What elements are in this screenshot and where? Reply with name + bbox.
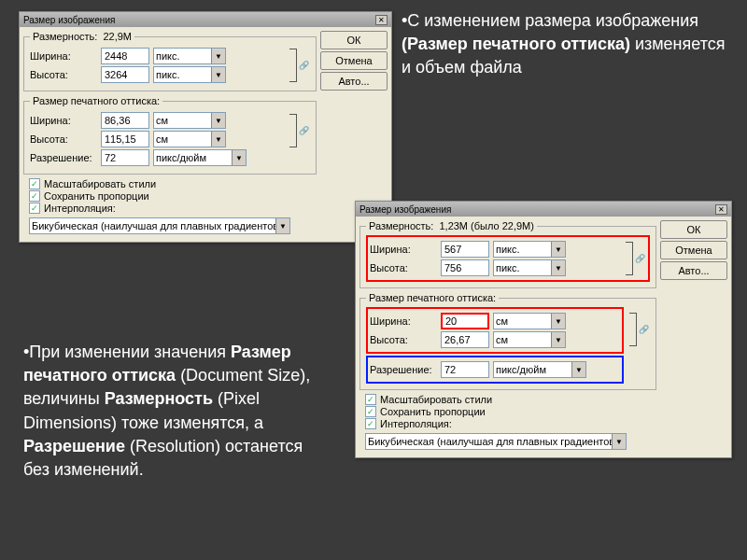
chevron-down-icon: ▼	[551, 332, 565, 347]
width-input[interactable]	[101, 48, 149, 64]
link-icon: 🔗	[299, 125, 310, 136]
interpolation-label: Интерполяция:	[44, 203, 116, 214]
interpolation-label: Интерполяция:	[380, 418, 452, 429]
cancel-button[interactable]: Отмена	[320, 51, 388, 70]
print-height-unit-select[interactable]: см▼	[153, 131, 226, 147]
link-icon: 🔗	[639, 324, 650, 335]
height-unit-select[interactable]: пикс.▼	[493, 259, 566, 276]
height-unit-select[interactable]: пикс.▼	[153, 66, 226, 83]
chevron-down-icon: ▼	[551, 314, 565, 329]
ok-button[interactable]: ОК	[320, 31, 388, 49]
width-unit-select[interactable]: пикс.▼	[493, 241, 566, 258]
chevron-down-icon: ▼	[551, 260, 565, 275]
file-size: 22,9M	[103, 31, 132, 42]
print-height-label: Высота:	[30, 133, 97, 145]
chevron-down-icon: ▼	[211, 113, 225, 128]
pixel-dimensions-group: Размерность: 1,23M (было 22,9M) Ширина: …	[359, 220, 656, 288]
chevron-down-icon: ▼	[275, 218, 289, 233]
interpolation-checkbox[interactable]: ✓	[365, 418, 376, 429]
print-width-label: Ширина:	[30, 115, 97, 126]
chevron-down-icon: ▼	[571, 362, 585, 377]
chevron-down-icon: ▼	[612, 434, 626, 449]
scale-styles-checkbox[interactable]: ✓	[29, 178, 40, 189]
resolution-unit-select[interactable]: пикс/дюйм▼	[493, 361, 586, 378]
close-icon[interactable]: ✕	[715, 204, 727, 215]
chevron-down-icon: ▼	[551, 242, 565, 257]
print-legend: Размер печатного оттиска:	[30, 95, 162, 106]
auto-button[interactable]: Авто...	[320, 72, 388, 91]
resolution-input[interactable]	[441, 361, 489, 378]
chevron-down-icon: ▼	[211, 132, 225, 147]
file-size: 1,23M (было 22,9M)	[439, 220, 533, 231]
dialog-titlebar[interactable]: Размер изображения ✕	[20, 12, 391, 27]
ok-button[interactable]: ОК	[660, 220, 727, 239]
constrain-label: Сохранить пропорции	[380, 406, 486, 417]
print-width-label: Ширина:	[370, 315, 437, 327]
scale-styles-label: Масштабировать стили	[380, 394, 492, 405]
resolution-unit-select[interactable]: пикс/дюйм▼	[153, 149, 247, 166]
chevron-down-icon: ▼	[232, 150, 246, 165]
chevron-down-icon: ▼	[211, 67, 225, 82]
width-label: Ширина:	[370, 244, 437, 255]
scale-styles-checkbox[interactable]: ✓	[365, 394, 376, 405]
document-size-group: Размер печатного оттиска: Ширина: см▼ Вы…	[23, 95, 317, 175]
document-size-group: Размер печатного оттиска: Ширина: см▼ Вы…	[359, 292, 656, 390]
resolution-input[interactable]	[101, 149, 149, 166]
scale-styles-label: Масштабировать стили	[44, 178, 156, 189]
dialog-title: Размер изображения	[23, 15, 115, 25]
image-size-dialog-2: Размер изображения ✕ Размерность: 1,23M …	[355, 201, 732, 458]
pixel-dimensions-group: Размерность: 22,9M Ширина: пикс.▼ Высота…	[23, 31, 317, 91]
dialog-titlebar[interactable]: Размер изображения ✕	[356, 202, 731, 217]
highlight-red-printsize: Ширина: см▼ Высота: см▼	[366, 307, 624, 354]
interpolation-method-select[interactable]: Бикубическая (наилучшая для плавных град…	[365, 433, 627, 450]
image-size-dialog-1: Размер изображения ✕ Размерность: 22,9M …	[19, 11, 392, 243]
dimensions-legend: Размерность:	[33, 31, 97, 42]
height-input[interactable]	[441, 259, 489, 276]
resolution-label: Разрешение:	[370, 364, 437, 375]
print-height-label: Высота:	[370, 334, 437, 345]
constrain-label: Сохранить пропорции	[44, 190, 149, 202]
print-width-unit-select[interactable]: см▼	[493, 313, 566, 329]
print-width-input[interactable]	[101, 112, 149, 129]
constrain-checkbox[interactable]: ✓	[365, 406, 376, 417]
height-label: Высота:	[30, 69, 97, 80]
height-label: Высота:	[370, 262, 437, 273]
highlight-blue-resolution: Разрешение: пикс/дюйм▼	[366, 356, 624, 384]
link-icon: 🔗	[635, 253, 646, 264]
annotation-top: •С изменением размера изображения (Разме…	[402, 9, 728, 80]
width-unit-select[interactable]: пикс.▼	[153, 48, 226, 64]
resolution-label: Разрешение:	[30, 152, 97, 163]
chevron-down-icon: ▼	[211, 49, 225, 63]
width-label: Ширина:	[30, 50, 97, 62]
height-input[interactable]	[101, 66, 149, 83]
link-icon: 🔗	[299, 60, 310, 71]
print-height-input[interactable]	[101, 131, 149, 147]
highlight-red-dimensions: Ширина: пикс.▼ Высота: пикс.▼ 🔗	[366, 235, 650, 282]
print-width-unit-select[interactable]: см▼	[153, 112, 226, 129]
close-icon[interactable]: ✕	[375, 15, 388, 25]
constrain-checkbox[interactable]: ✓	[29, 190, 40, 202]
interpolation-checkbox[interactable]: ✓	[29, 203, 40, 214]
interpolation-method-select[interactable]: Бикубическая (наилучшая для плавных град…	[29, 217, 290, 234]
auto-button[interactable]: Авто...	[660, 261, 727, 280]
print-legend: Размер печатного оттиска:	[366, 292, 499, 303]
print-width-input[interactable]	[441, 313, 489, 329]
print-height-unit-select[interactable]: см▼	[493, 331, 566, 348]
print-height-input[interactable]	[441, 331, 489, 348]
cancel-button[interactable]: Отмена	[660, 241, 727, 259]
dialog-title: Размер изображения	[359, 204, 451, 215]
dimensions-legend: Размерность:	[369, 220, 433, 231]
width-input[interactable]	[441, 241, 489, 258]
annotation-bottom: •При изменении значения Размер печатного…	[23, 341, 331, 482]
